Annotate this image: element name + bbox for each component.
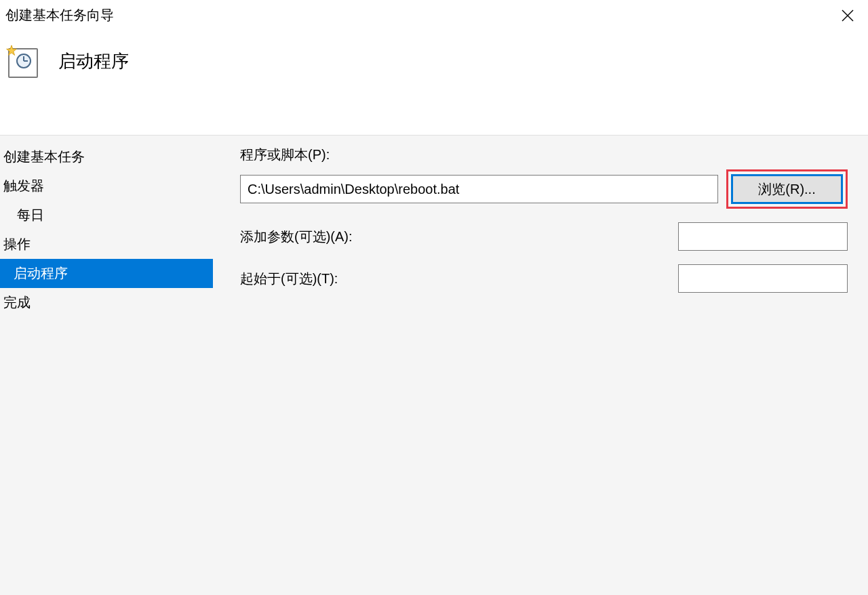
task-scheduler-icon [5, 45, 38, 78]
program-script-input-row: 浏览(R)... [240, 169, 848, 209]
page-title: 启动程序 [58, 49, 129, 73]
sidebar-item-trigger[interactable]: 触发器 [0, 171, 213, 201]
wizard-steps-sidebar: 创建基本任务 触发器 每日 操作 启动程序 完成 [0, 136, 213, 595]
program-script-input[interactable] [240, 175, 718, 203]
titlebar: 创建基本任务向导 [0, 0, 868, 30]
arguments-input[interactable] [678, 222, 848, 251]
content-area: 创建基本任务 触发器 每日 操作 启动程序 完成 程序或脚本(P): 浏览(R)… [0, 136, 868, 595]
startin-label: 起始于(可选)(T): [240, 270, 338, 288]
close-icon [842, 9, 854, 22]
wizard-window: 创建基本任务向导 启动程序 创建基本任务 触发器 每日 操作 启动程序 [0, 0, 868, 595]
browse-highlight-box: 浏览(R)... [726, 169, 848, 209]
arguments-label: 添加参数(可选)(A): [240, 228, 353, 246]
sidebar-item-create-basic-task[interactable]: 创建基本任务 [0, 142, 213, 171]
sidebar-item-daily[interactable]: 每日 [0, 201, 213, 230]
sidebar-item-finish[interactable]: 完成 [0, 288, 213, 317]
startin-row: 起始于(可选)(T): [240, 264, 848, 293]
browse-button[interactable]: 浏览(R)... [731, 174, 843, 204]
window-title: 创建基本任务向导 [5, 6, 114, 24]
program-script-label: 程序或脚本(P): [240, 146, 848, 164]
sidebar-item-action[interactable]: 操作 [0, 230, 213, 259]
startin-input[interactable] [678, 264, 848, 293]
sidebar-item-start-program[interactable]: 启动程序 [0, 259, 213, 288]
arguments-row: 添加参数(可选)(A): [240, 222, 848, 251]
header-section: 启动程序 [0, 30, 868, 136]
program-script-row: 程序或脚本(P): 浏览(R)... [240, 146, 848, 209]
main-form: 程序或脚本(P): 浏览(R)... 添加参数(可选)(A): 起始于(可选)(… [213, 136, 868, 595]
close-button[interactable] [834, 2, 861, 29]
